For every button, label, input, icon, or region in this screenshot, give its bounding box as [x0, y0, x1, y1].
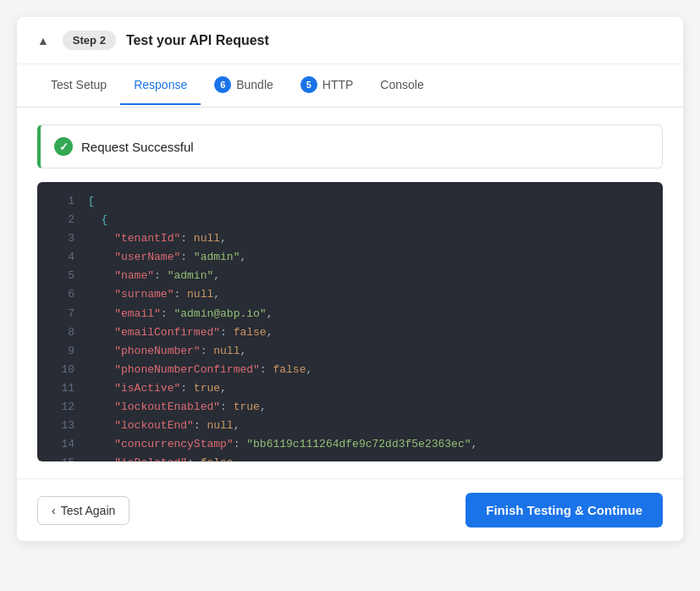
- tab-test-setup[interactable]: Test Setup: [37, 66, 120, 105]
- code-scroll[interactable]: 1 [ 2 { 3 "tenantId": null, 4 "userName: [37, 182, 663, 461]
- footer: ‹ Test Again Finish Testing & Continue: [17, 478, 683, 541]
- code-line-15: 15 "isDeleted": false,: [37, 454, 663, 461]
- code-container: 1 [ 2 { 3 "tenantId": null, 4 "userName: [37, 182, 663, 461]
- tab-http-badge: 5: [300, 76, 317, 93]
- tab-bundle-badge: 6: [214, 76, 231, 93]
- finish-testing-button[interactable]: Finish Testing & Continue: [466, 493, 663, 527]
- tab-bar: Test Setup Response 6 Bundle 5 HTTP Cons…: [17, 64, 683, 108]
- tab-response[interactable]: Response: [120, 66, 201, 105]
- code-line-6: 6 "surname": null,: [37, 285, 663, 304]
- code-line-5: 5 "name": "admin",: [37, 267, 663, 285]
- code-line-11: 11 "isActive": true,: [37, 379, 663, 398]
- tab-http-label: HTTP: [322, 78, 354, 91]
- tab-response-label: Response: [134, 78, 187, 91]
- success-icon: [54, 137, 73, 156]
- code-line-12: 12 "lockoutEnabled": true,: [37, 398, 663, 417]
- test-again-label: Test Again: [61, 504, 116, 517]
- code-line-2: 2 {: [37, 211, 663, 229]
- main-container: ▲ Step 2 Test your API Request Test Setu…: [17, 17, 683, 541]
- code-line-14: 14 "concurrencyStamp": "bb6119c111264dfe…: [37, 435, 663, 454]
- code-line-13: 13 "lockoutEnd": null,: [37, 417, 663, 435]
- tab-test-setup-label: Test Setup: [51, 78, 107, 91]
- content-area: Request Successful 1 [ 2 { 3 "tenantId": [17, 108, 683, 478]
- tab-bundle-label: Bundle: [236, 78, 273, 91]
- collapse-button[interactable]: ▲: [34, 32, 52, 49]
- code-line-9: 9 "phoneNumber": null,: [37, 342, 663, 361]
- back-icon: ‹: [52, 504, 56, 517]
- code-line-8: 8 "emailConfirmed": false,: [37, 323, 663, 342]
- step-badge: Step 2: [63, 30, 116, 50]
- tab-http[interactable]: 5 HTTP: [287, 64, 367, 107]
- code-line-4: 4 "userName": "admin",: [37, 248, 663, 267]
- header: ▲ Step 2 Test your API Request: [17, 17, 683, 64]
- tab-bundle[interactable]: 6 Bundle: [201, 64, 287, 107]
- code-line-10: 10 "phoneNumberConfirmed": false,: [37, 361, 663, 379]
- tab-console-label: Console: [380, 78, 423, 91]
- test-again-button[interactable]: ‹ Test Again: [37, 496, 130, 525]
- tab-console[interactable]: Console: [367, 66, 437, 105]
- success-banner: Request Successful: [37, 124, 663, 168]
- code-line-1: 1 [: [37, 192, 663, 211]
- code-line-3: 3 "tenantId": null,: [37, 229, 663, 248]
- page-title: Test your API Request: [126, 33, 269, 48]
- code-line-7: 7 "email": "admin@abp.io",: [37, 305, 663, 323]
- success-text: Request Successful: [81, 140, 194, 154]
